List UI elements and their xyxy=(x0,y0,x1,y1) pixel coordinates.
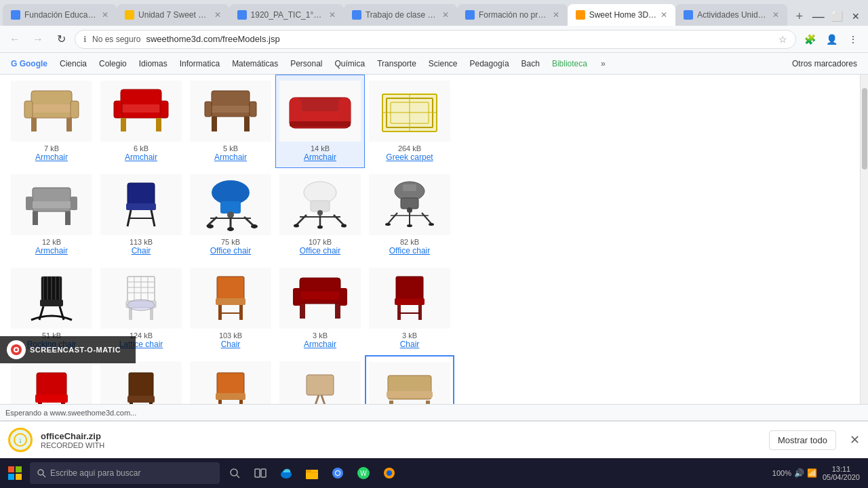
close-button[interactable]: ✕ xyxy=(846,7,865,26)
download-icon: ↓ xyxy=(8,428,33,452)
start-button[interactable] xyxy=(3,461,27,485)
address-bar[interactable]: ℹ No es seguro sweethome3d.com/freeModel… xyxy=(75,30,796,49)
google-bookmark[interactable]: G Google xyxy=(5,56,53,71)
item-office-blue[interactable]: 75 kB Office chair xyxy=(186,168,275,262)
bookmark-idiomas[interactable]: Idiomas xyxy=(134,56,173,71)
bookmark-quimica[interactable]: Química xyxy=(330,56,371,71)
item-greek-carpet[interactable]: 264 kB Greek carpet xyxy=(365,75,454,168)
tab-1[interactable]: Fundación Educati... ✕ xyxy=(3,4,117,26)
item-chair-red-name[interactable]: Chair xyxy=(400,340,420,349)
tab-3-close[interactable]: ✕ xyxy=(329,10,336,20)
tab-4-close[interactable]: ✕ xyxy=(442,10,449,20)
item-partial-5[interactable] xyxy=(365,355,454,404)
tab-1-close[interactable]: ✕ xyxy=(102,10,108,20)
taskbar-app-chrome[interactable] xyxy=(326,461,350,485)
taskbar-app-firefox[interactable] xyxy=(377,461,401,485)
bookmark-colegio[interactable]: Colegio xyxy=(94,56,132,71)
tab-2-close[interactable]: ✕ xyxy=(214,10,221,20)
item-sofa-red-size: 14 kB xyxy=(311,144,330,152)
item-armchair-light[interactable]: 7 kB Armchair xyxy=(7,75,96,168)
item-armchair-red[interactable]: 6 kB Armchair xyxy=(96,75,186,168)
item-office-gray-name[interactable]: Office chair xyxy=(389,246,430,256)
item-armchair-dark[interactable]: 3 kB Armchair xyxy=(275,262,365,355)
other-bookmarks[interactable]: Otros marcadores xyxy=(787,56,863,71)
svg-rect-4 xyxy=(24,101,33,118)
nav-actions: 🧩 👤 ⋮ xyxy=(800,30,863,49)
tab-5[interactable]: Formación no pre... ✕ xyxy=(457,4,568,26)
tab-7-close[interactable]: ✕ xyxy=(772,10,779,20)
item-chair-navy-name[interactable]: Chair xyxy=(132,246,151,256)
scrollbar[interactable] xyxy=(860,75,868,404)
item-armchair-gray-name[interactable]: Armchair xyxy=(35,246,68,256)
item-office-blue-name[interactable]: Office chair xyxy=(210,246,251,256)
content-area: 7 kB Armchair xyxy=(0,75,868,404)
taskbar-search[interactable]: Escribe aquí para buscar xyxy=(30,462,220,484)
item-chair-navy[interactable]: 113 kB Chair xyxy=(96,168,186,262)
status-bar: Esperando a www.sweethome3d.com... xyxy=(0,404,868,420)
item-greek-carpet-name[interactable]: Greek carpet xyxy=(386,152,433,162)
item-office-gray[interactable]: 82 kB Office chair xyxy=(365,168,454,262)
minimize-button[interactable]: — xyxy=(809,7,828,26)
item-rocking-img xyxy=(11,268,92,329)
bookmark-matematicas[interactable]: Matemáticas xyxy=(226,56,283,71)
item-office-white[interactable]: 107 kB Office chair xyxy=(275,168,365,262)
bookmark-ciencia[interactable]: Ciencia xyxy=(54,56,92,71)
tab-6-close[interactable]: ✕ xyxy=(660,10,667,20)
bookmark-transporte[interactable]: Transporte xyxy=(372,56,422,71)
scrollbar-thumb[interactable] xyxy=(862,88,867,169)
tab-2[interactable]: Unidad 7 Sweet H... ✕ xyxy=(117,4,229,26)
svg-rect-98 xyxy=(335,304,340,319)
tab-1-favicon xyxy=(11,10,20,20)
tab-3[interactable]: 1920_PA_TIC_1°B... ✕ xyxy=(229,4,344,26)
item-partial-3[interactable] xyxy=(186,355,275,404)
item-armchair-dark-name[interactable]: Armchair xyxy=(304,340,336,349)
item-partial-4[interactable] xyxy=(275,355,365,404)
taskbar-sys: 100% 🔊 📶 13:11 05/04/2020 xyxy=(772,465,865,481)
reload-button[interactable]: ↻ xyxy=(52,30,71,49)
tab-4[interactable]: Trabajo de clase d... ✕ xyxy=(344,4,457,26)
item-chair-wood-name[interactable]: Chair xyxy=(221,340,241,349)
tab-6-favicon xyxy=(576,10,585,20)
bookmarks-more-button[interactable]: » xyxy=(597,56,610,71)
taskbar-app-whatsapp[interactable]: W xyxy=(351,461,376,485)
bookmark-biblioteca[interactable]: Biblioteca xyxy=(547,56,593,71)
svg-rect-8 xyxy=(121,118,126,131)
svg-point-39 xyxy=(212,180,250,205)
item-armchair-light-name[interactable]: Armchair xyxy=(35,152,68,162)
bookmark-star-icon[interactable]: ☆ xyxy=(778,34,787,45)
item-armchair-wood-name[interactable]: Armchair xyxy=(214,152,247,162)
taskbar-app-task-view[interactable] xyxy=(248,461,273,485)
item-armchair-red-name[interactable]: Armchair xyxy=(125,152,157,162)
item-sofa-red-name[interactable]: Armchair xyxy=(304,152,336,162)
bookmark-bach[interactable]: Bach xyxy=(516,56,545,71)
bookmark-personal[interactable]: Personal xyxy=(285,56,328,71)
back-button[interactable]: ← xyxy=(5,30,24,49)
profile-button[interactable]: 👤 xyxy=(822,30,841,49)
item-armchair-gray[interactable]: 12 kB Armchair xyxy=(7,168,96,262)
item-chair-wood[interactable]: 103 kB Chair xyxy=(186,262,275,355)
bookmark-informatica[interactable]: Informatica xyxy=(174,56,225,71)
item-armchair-wood[interactable]: 5 kB Armchair xyxy=(186,75,275,168)
close-download-button[interactable]: ✕ xyxy=(850,432,860,447)
bookmark-science[interactable]: Science xyxy=(423,56,463,71)
maximize-button[interactable]: ⬜ xyxy=(828,7,847,26)
item-sofa-red[interactable]: 14 kB Armchair xyxy=(275,75,365,168)
svg-rect-87 xyxy=(129,308,132,320)
taskbar-app-explorer[interactable] xyxy=(300,461,324,485)
tab-7[interactable]: Actividades Unida... ✕ xyxy=(675,4,787,26)
svg-rect-130 xyxy=(8,466,14,472)
tab-5-close[interactable]: ✕ xyxy=(553,10,559,20)
svg-line-63 xyxy=(388,213,397,224)
new-tab-button[interactable]: + xyxy=(790,7,809,26)
tab-bar: Fundación Educati... ✕ Unidad 7 Sweet H.… xyxy=(0,0,868,26)
bookmark-pedagogia[interactable]: Pedagogía xyxy=(465,56,515,71)
forward-button[interactable]: → xyxy=(28,30,47,49)
extensions-button[interactable]: 🧩 xyxy=(800,30,819,49)
menu-button[interactable]: ⋮ xyxy=(844,30,863,49)
item-office-white-name[interactable]: Office chair xyxy=(300,246,340,256)
tab-6[interactable]: Sweet Home 3D ... ✕ xyxy=(568,4,676,26)
item-chair-red[interactable]: 3 kB Chair xyxy=(365,262,454,355)
taskbar-app-edge[interactable] xyxy=(274,461,298,485)
show-all-button[interactable]: Mostrar todo xyxy=(769,430,836,450)
taskbar-app-search[interactable] xyxy=(222,461,247,485)
